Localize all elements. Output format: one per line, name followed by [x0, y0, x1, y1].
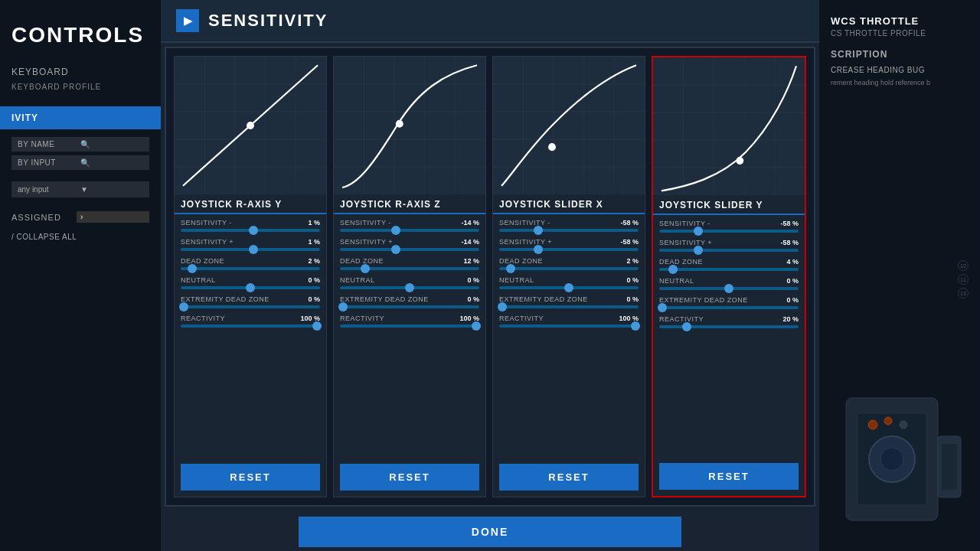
control-label-3-0: SENSITIVITY -: [659, 220, 710, 227]
search-by-name-row[interactable]: BY NAME 🔍: [11, 137, 149, 152]
search-by-input-row[interactable]: BY INPUT 🔍: [11, 155, 149, 170]
slider-thumb-2-0[interactable]: [534, 226, 543, 235]
slider-track-0-1[interactable]: [181, 248, 320, 251]
slider-track-3-1[interactable]: [659, 249, 799, 252]
graph-slider-y: [653, 57, 805, 195]
control-value-3-5: 20 %: [782, 315, 799, 323]
slider-thumb-0-2[interactable]: [188, 264, 197, 273]
filter-dropdown[interactable]: any input ▼: [11, 181, 149, 197]
slider-thumb-3-0[interactable]: [694, 227, 703, 236]
slider-track-3-2[interactable]: [659, 268, 799, 271]
slider-thumb-0-1[interactable]: [249, 245, 258, 254]
control-row-2-3: NEUTRAL0 %: [499, 276, 639, 289]
slider-track-1-1[interactable]: [340, 248, 479, 251]
reset-button-r-axis-y[interactable]: RESET: [181, 464, 320, 491]
control-row-0-5: REACTIVITY100 %: [181, 315, 320, 328]
control-row-0-4: EXTREMITY DEAD ZONE0 %: [181, 295, 320, 308]
slider-thumb-2-4[interactable]: [498, 302, 507, 311]
slider-thumb-1-0[interactable]: [391, 226, 400, 235]
device-subtitle: CS THROTTLE PROFILE: [831, 29, 969, 37]
slider-track-1-5[interactable]: [340, 324, 479, 328]
svg-point-35: [549, 144, 556, 151]
reset-button-slider-x[interactable]: RESET: [499, 464, 639, 491]
main-modal: ▶ SENSITIVITY: [161, 0, 819, 551]
slider-track-2-0[interactable]: [499, 229, 639, 232]
control-label-0-3: NEUTRAL: [181, 276, 216, 284]
slider-track-3-5[interactable]: [659, 325, 799, 328]
control-row-3-0: SENSITIVITY --58 %: [659, 220, 799, 233]
slider-thumb-1-1[interactable]: [391, 245, 400, 254]
slider-track-2-4[interactable]: [499, 305, 639, 308]
keyboard-label: KEYBOARD: [0, 63, 161, 81]
slider-track-3-4[interactable]: [659, 306, 799, 309]
control-row-0-1: SENSITIVITY +1 %: [181, 238, 320, 251]
slider-track-1-3[interactable]: [340, 286, 479, 289]
control-value-1-4: 0 %: [467, 295, 479, 303]
controls-r-axis-y: SENSITIVITY -1 %SENSITIVITY +1 %DEAD ZON…: [175, 214, 326, 461]
slider-track-2-2[interactable]: [499, 267, 639, 270]
filter-label: any input: [18, 185, 80, 194]
slider-thumb-2-2[interactable]: [506, 264, 515, 273]
control-row-3-1: SENSITIVITY +-58 %: [659, 239, 799, 252]
slider-track-2-3[interactable]: [499, 286, 639, 289]
axis-label-slider-x: JOYSTICK SLIDER X: [493, 194, 645, 214]
slider-thumb-3-3[interactable]: [724, 284, 733, 293]
slider-track-2-5[interactable]: [499, 324, 639, 328]
control-label-2-3: NEUTRAL: [499, 276, 534, 284]
slider-thumb-0-3[interactable]: [246, 283, 255, 292]
column-joystick-slider-y: JOYSTICK SLIDER Y SENSITIVITY --58 %SENS…: [652, 56, 806, 497]
slider-thumb-3-4[interactable]: [658, 303, 667, 312]
control-label-2-5: REACTIVITY: [499, 315, 544, 322]
control-label-2-4: EXTREMITY DEAD ZONE: [499, 295, 588, 303]
assigned-section[interactable]: ASSIGNED ›: [0, 205, 161, 229]
slider-track-0-0[interactable]: [181, 229, 320, 232]
slider-thumb-1-5[interactable]: [472, 321, 481, 331]
slider-thumb-0-0[interactable]: [249, 226, 258, 235]
slider-thumb-0-4[interactable]: [179, 302, 188, 311]
slider-track-1-0[interactable]: [340, 229, 479, 232]
active-sidebar-item[interactable]: IVITY: [0, 106, 161, 129]
slider-track-3-0[interactable]: [659, 230, 799, 233]
slider-thumb-2-1[interactable]: [534, 245, 543, 254]
slider-track-0-3[interactable]: [181, 286, 320, 289]
assigned-label: ASSIGNED: [11, 213, 77, 222]
slider-track-0-2[interactable]: [181, 267, 320, 270]
control-value-0-1: 1 %: [308, 238, 320, 246]
slider-thumb-2-3[interactable]: [564, 283, 573, 292]
description-text: rement heading hold reference b: [831, 78, 969, 88]
slider-thumb-2-5[interactable]: [631, 321, 640, 331]
slider-thumb-1-3[interactable]: [405, 283, 414, 292]
controls-slider-y: SENSITIVITY --58 %SENSITIVITY +-58 %DEAD…: [653, 215, 805, 460]
slider-thumb-3-1[interactable]: [694, 246, 703, 255]
done-button[interactable]: DONE: [299, 517, 681, 547]
slider-thumb-3-2[interactable]: [668, 265, 678, 274]
slider-track-0-4[interactable]: [181, 305, 320, 308]
svg-point-7: [884, 417, 892, 425]
slider-track-1-4[interactable]: [340, 305, 479, 308]
graph-r-axis-y: [175, 57, 326, 194]
slider-thumb-0-5[interactable]: [312, 321, 322, 331]
reset-button-r-axis-z[interactable]: RESET: [340, 464, 479, 491]
control-value-0-3: 0 %: [308, 276, 320, 284]
axis-label-r-axis-y: JOYSTICK R-AXIS Y: [175, 194, 326, 214]
control-label-1-1: SENSITIVITY +: [340, 238, 393, 246]
slider-thumb-1-2[interactable]: [361, 264, 370, 273]
filter-chevron-icon: ▼: [80, 185, 143, 194]
slider-track-0-5[interactable]: [181, 324, 320, 328]
reset-button-slider-y[interactable]: RESET: [659, 463, 799, 490]
svg-point-44: [737, 158, 743, 165]
svg-point-3: [880, 448, 903, 471]
assigned-expand-icon[interactable]: ›: [77, 211, 149, 223]
slider-thumb-1-4[interactable]: [338, 302, 348, 311]
control-value-0-2: 2 %: [308, 257, 320, 265]
slider-track-2-1[interactable]: [499, 248, 639, 251]
collapse-all-label[interactable]: / COLLAPSE ALL: [0, 229, 161, 245]
slider-track-3-3[interactable]: [659, 287, 799, 290]
control-value-2-2: 2 %: [626, 257, 639, 265]
slider-track-1-2[interactable]: [340, 267, 479, 270]
graph-slider-x: [493, 57, 645, 194]
slider-thumb-3-5[interactable]: [682, 322, 691, 331]
control-row-2-2: DEAD ZONE2 %: [499, 257, 639, 270]
search-by-name-icon: 🔍: [80, 140, 143, 148]
control-value-0-4: 0 %: [308, 295, 320, 303]
